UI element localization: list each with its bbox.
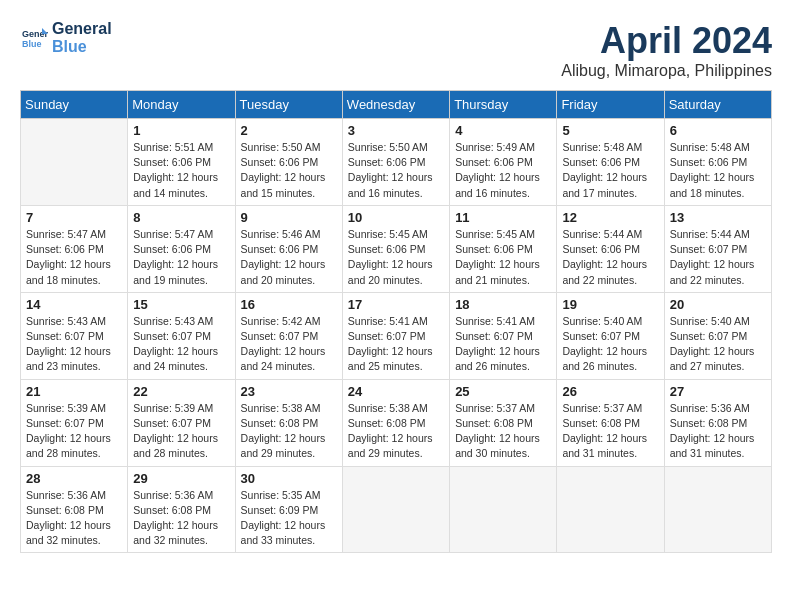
day-cell: 22Sunrise: 5:39 AMSunset: 6:07 PMDayligh… [128, 379, 235, 466]
day-cell: 16Sunrise: 5:42 AMSunset: 6:07 PMDayligh… [235, 292, 342, 379]
day-number: 25 [455, 384, 551, 399]
day-cell: 18Sunrise: 5:41 AMSunset: 6:07 PMDayligh… [450, 292, 557, 379]
day-number: 13 [670, 210, 766, 225]
day-cell: 30Sunrise: 5:35 AMSunset: 6:09 PMDayligh… [235, 466, 342, 553]
week-row-4: 21Sunrise: 5:39 AMSunset: 6:07 PMDayligh… [21, 379, 772, 466]
day-number: 10 [348, 210, 444, 225]
day-number: 30 [241, 471, 337, 486]
day-info: Sunrise: 5:47 AMSunset: 6:06 PMDaylight:… [26, 227, 122, 288]
day-number: 16 [241, 297, 337, 312]
day-number: 9 [241, 210, 337, 225]
day-info: Sunrise: 5:42 AMSunset: 6:07 PMDaylight:… [241, 314, 337, 375]
calendar: SundayMondayTuesdayWednesdayThursdayFrid… [20, 90, 772, 553]
day-cell: 19Sunrise: 5:40 AMSunset: 6:07 PMDayligh… [557, 292, 664, 379]
header-tuesday: Tuesday [235, 91, 342, 119]
day-cell [21, 119, 128, 206]
day-cell: 17Sunrise: 5:41 AMSunset: 6:07 PMDayligh… [342, 292, 449, 379]
day-number: 6 [670, 123, 766, 138]
day-number: 26 [562, 384, 658, 399]
day-info: Sunrise: 5:48 AMSunset: 6:06 PMDaylight:… [562, 140, 658, 201]
day-cell: 6Sunrise: 5:48 AMSunset: 6:06 PMDaylight… [664, 119, 771, 206]
day-number: 1 [133, 123, 229, 138]
day-number: 21 [26, 384, 122, 399]
day-cell: 5Sunrise: 5:48 AMSunset: 6:06 PMDaylight… [557, 119, 664, 206]
header-friday: Friday [557, 91, 664, 119]
day-number: 7 [26, 210, 122, 225]
day-cell: 10Sunrise: 5:45 AMSunset: 6:06 PMDayligh… [342, 205, 449, 292]
day-number: 28 [26, 471, 122, 486]
header-thursday: Thursday [450, 91, 557, 119]
day-cell: 12Sunrise: 5:44 AMSunset: 6:06 PMDayligh… [557, 205, 664, 292]
header-sunday: Sunday [21, 91, 128, 119]
day-info: Sunrise: 5:38 AMSunset: 6:08 PMDaylight:… [241, 401, 337, 462]
day-cell: 23Sunrise: 5:38 AMSunset: 6:08 PMDayligh… [235, 379, 342, 466]
day-number: 27 [670, 384, 766, 399]
day-number: 15 [133, 297, 229, 312]
day-number: 14 [26, 297, 122, 312]
month-title: April 2024 [561, 20, 772, 62]
day-number: 11 [455, 210, 551, 225]
day-number: 5 [562, 123, 658, 138]
day-info: Sunrise: 5:44 AMSunset: 6:07 PMDaylight:… [670, 227, 766, 288]
day-number: 22 [133, 384, 229, 399]
day-number: 17 [348, 297, 444, 312]
day-cell: 29Sunrise: 5:36 AMSunset: 6:08 PMDayligh… [128, 466, 235, 553]
day-cell: 9Sunrise: 5:46 AMSunset: 6:06 PMDaylight… [235, 205, 342, 292]
day-info: Sunrise: 5:47 AMSunset: 6:06 PMDaylight:… [133, 227, 229, 288]
logo: General Blue General Blue [20, 20, 112, 55]
day-info: Sunrise: 5:36 AMSunset: 6:08 PMDaylight:… [670, 401, 766, 462]
day-info: Sunrise: 5:39 AMSunset: 6:07 PMDaylight:… [26, 401, 122, 462]
logo-text-line1: General [52, 20, 112, 38]
day-cell: 28Sunrise: 5:36 AMSunset: 6:08 PMDayligh… [21, 466, 128, 553]
day-info: Sunrise: 5:45 AMSunset: 6:06 PMDaylight:… [348, 227, 444, 288]
day-cell: 15Sunrise: 5:43 AMSunset: 6:07 PMDayligh… [128, 292, 235, 379]
day-number: 2 [241, 123, 337, 138]
day-cell [557, 466, 664, 553]
header-monday: Monday [128, 91, 235, 119]
week-row-1: 1Sunrise: 5:51 AMSunset: 6:06 PMDaylight… [21, 119, 772, 206]
day-number: 12 [562, 210, 658, 225]
day-number: 3 [348, 123, 444, 138]
day-info: Sunrise: 5:43 AMSunset: 6:07 PMDaylight:… [26, 314, 122, 375]
day-info: Sunrise: 5:39 AMSunset: 6:07 PMDaylight:… [133, 401, 229, 462]
logo-text-line2: Blue [52, 38, 112, 56]
day-info: Sunrise: 5:38 AMSunset: 6:08 PMDaylight:… [348, 401, 444, 462]
day-info: Sunrise: 5:36 AMSunset: 6:08 PMDaylight:… [26, 488, 122, 549]
location-title: Alibug, Mimaropa, Philippines [561, 62, 772, 80]
day-info: Sunrise: 5:49 AMSunset: 6:06 PMDaylight:… [455, 140, 551, 201]
logo-icon: General Blue [20, 24, 48, 52]
day-cell: 13Sunrise: 5:44 AMSunset: 6:07 PMDayligh… [664, 205, 771, 292]
day-cell: 26Sunrise: 5:37 AMSunset: 6:08 PMDayligh… [557, 379, 664, 466]
day-cell: 4Sunrise: 5:49 AMSunset: 6:06 PMDaylight… [450, 119, 557, 206]
week-row-5: 28Sunrise: 5:36 AMSunset: 6:08 PMDayligh… [21, 466, 772, 553]
header-wednesday: Wednesday [342, 91, 449, 119]
day-info: Sunrise: 5:40 AMSunset: 6:07 PMDaylight:… [670, 314, 766, 375]
title-block: April 2024 Alibug, Mimaropa, Philippines [561, 20, 772, 80]
svg-text:Blue: Blue [22, 39, 42, 49]
day-number: 29 [133, 471, 229, 486]
day-info: Sunrise: 5:50 AMSunset: 6:06 PMDaylight:… [241, 140, 337, 201]
day-info: Sunrise: 5:35 AMSunset: 6:09 PMDaylight:… [241, 488, 337, 549]
day-cell: 7Sunrise: 5:47 AMSunset: 6:06 PMDaylight… [21, 205, 128, 292]
day-cell [450, 466, 557, 553]
day-info: Sunrise: 5:37 AMSunset: 6:08 PMDaylight:… [455, 401, 551, 462]
day-number: 4 [455, 123, 551, 138]
day-number: 19 [562, 297, 658, 312]
week-row-3: 14Sunrise: 5:43 AMSunset: 6:07 PMDayligh… [21, 292, 772, 379]
day-info: Sunrise: 5:37 AMSunset: 6:08 PMDaylight:… [562, 401, 658, 462]
day-number: 8 [133, 210, 229, 225]
day-info: Sunrise: 5:46 AMSunset: 6:06 PMDaylight:… [241, 227, 337, 288]
day-cell: 3Sunrise: 5:50 AMSunset: 6:06 PMDaylight… [342, 119, 449, 206]
day-cell: 24Sunrise: 5:38 AMSunset: 6:08 PMDayligh… [342, 379, 449, 466]
day-info: Sunrise: 5:41 AMSunset: 6:07 PMDaylight:… [455, 314, 551, 375]
day-info: Sunrise: 5:51 AMSunset: 6:06 PMDaylight:… [133, 140, 229, 201]
day-cell: 14Sunrise: 5:43 AMSunset: 6:07 PMDayligh… [21, 292, 128, 379]
day-cell: 25Sunrise: 5:37 AMSunset: 6:08 PMDayligh… [450, 379, 557, 466]
day-cell: 11Sunrise: 5:45 AMSunset: 6:06 PMDayligh… [450, 205, 557, 292]
day-info: Sunrise: 5:45 AMSunset: 6:06 PMDaylight:… [455, 227, 551, 288]
day-info: Sunrise: 5:40 AMSunset: 6:07 PMDaylight:… [562, 314, 658, 375]
day-number: 23 [241, 384, 337, 399]
day-cell: 21Sunrise: 5:39 AMSunset: 6:07 PMDayligh… [21, 379, 128, 466]
day-info: Sunrise: 5:36 AMSunset: 6:08 PMDaylight:… [133, 488, 229, 549]
day-cell: 27Sunrise: 5:36 AMSunset: 6:08 PMDayligh… [664, 379, 771, 466]
